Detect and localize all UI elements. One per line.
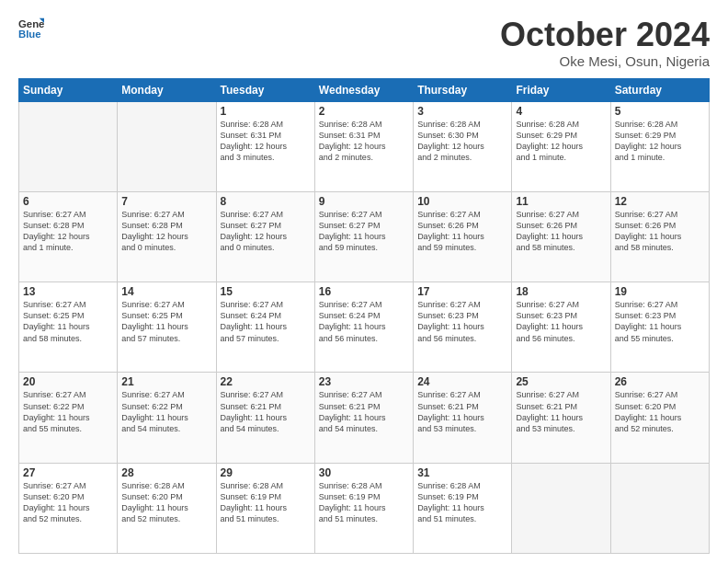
calendar-cell: 13Sunrise: 6:27 AM Sunset: 6:25 PM Dayli…: [19, 282, 118, 373]
day-number: 8: [221, 195, 311, 208]
location: Oke Mesi, Osun, Nigeria: [500, 53, 710, 69]
day-info: Sunrise: 6:28 AM Sunset: 6:20 PM Dayligh…: [121, 480, 211, 525]
calendar-cell: 7Sunrise: 6:27 AM Sunset: 6:28 PM Daylig…: [118, 191, 216, 282]
day-number: 9: [319, 195, 409, 208]
day-number: 15: [221, 285, 311, 298]
day-number: 31: [417, 466, 507, 479]
day-info: Sunrise: 6:27 AM Sunset: 6:22 PM Dayligh…: [121, 389, 211, 434]
header: General Blue October 2024 Oke Mesi, Osun…: [18, 17, 710, 69]
svg-text:Blue: Blue: [18, 29, 41, 40]
calendar-cell: 12Sunrise: 6:27 AM Sunset: 6:26 PM Dayli…: [610, 191, 709, 282]
day-number: 20: [23, 375, 113, 388]
calendar-table: Sunday Monday Tuesday Wednesday Thursday…: [18, 78, 710, 554]
calendar-cell: 22Sunrise: 6:27 AM Sunset: 6:21 PM Dayli…: [216, 373, 314, 463]
header-saturday: Saturday: [610, 78, 709, 101]
calendar-cell: 30Sunrise: 6:28 AM Sunset: 6:19 PM Dayli…: [314, 463, 413, 553]
day-info: Sunrise: 6:27 AM Sunset: 6:21 PM Dayligh…: [516, 389, 606, 434]
calendar-cell: 2Sunrise: 6:28 AM Sunset: 6:31 PM Daylig…: [314, 101, 413, 191]
day-number: 28: [121, 466, 211, 479]
header-thursday: Thursday: [414, 78, 512, 101]
day-info: Sunrise: 6:27 AM Sunset: 6:23 PM Dayligh…: [615, 299, 705, 344]
day-info: Sunrise: 6:27 AM Sunset: 6:22 PM Dayligh…: [23, 389, 113, 434]
day-number: 13: [23, 285, 113, 298]
day-info: Sunrise: 6:28 AM Sunset: 6:19 PM Dayligh…: [319, 480, 409, 525]
week-row-1: 1Sunrise: 6:28 AM Sunset: 6:31 PM Daylig…: [19, 101, 710, 191]
day-info: Sunrise: 6:27 AM Sunset: 6:20 PM Dayligh…: [23, 480, 113, 525]
day-number: 19: [615, 285, 705, 298]
calendar-cell: 11Sunrise: 6:27 AM Sunset: 6:26 PM Dayli…: [512, 191, 610, 282]
calendar-cell: 26Sunrise: 6:27 AM Sunset: 6:20 PM Dayli…: [610, 373, 709, 463]
logo: General Blue: [18, 17, 44, 42]
day-info: Sunrise: 6:28 AM Sunset: 6:31 PM Dayligh…: [319, 119, 409, 164]
day-info: Sunrise: 6:27 AM Sunset: 6:27 PM Dayligh…: [319, 209, 409, 254]
header-tuesday: Tuesday: [216, 78, 314, 101]
calendar-cell: 14Sunrise: 6:27 AM Sunset: 6:25 PM Dayli…: [118, 282, 216, 373]
day-number: 18: [516, 285, 606, 298]
day-number: 29: [221, 466, 311, 479]
day-info: Sunrise: 6:28 AM Sunset: 6:29 PM Dayligh…: [615, 119, 705, 164]
calendar-cell: [19, 101, 118, 191]
day-number: 23: [319, 375, 409, 388]
day-info: Sunrise: 6:27 AM Sunset: 6:25 PM Dayligh…: [23, 299, 113, 344]
header-monday: Monday: [118, 78, 216, 101]
day-number: 14: [121, 285, 211, 298]
calendar-cell: 31Sunrise: 6:28 AM Sunset: 6:19 PM Dayli…: [414, 463, 512, 553]
calendar-cell: 17Sunrise: 6:27 AM Sunset: 6:23 PM Dayli…: [414, 282, 512, 373]
calendar-cell: [610, 463, 709, 553]
calendar-cell: 5Sunrise: 6:28 AM Sunset: 6:29 PM Daylig…: [610, 101, 709, 191]
month-title: October 2024: [500, 17, 710, 53]
day-number: 11: [516, 195, 606, 208]
day-number: 25: [516, 375, 606, 388]
calendar-cell: 8Sunrise: 6:27 AM Sunset: 6:27 PM Daylig…: [216, 191, 314, 282]
day-number: 7: [121, 195, 211, 208]
calendar-header-row: Sunday Monday Tuesday Wednesday Thursday…: [19, 78, 710, 101]
calendar-cell: 24Sunrise: 6:27 AM Sunset: 6:21 PM Dayli…: [414, 373, 512, 463]
week-row-3: 13Sunrise: 6:27 AM Sunset: 6:25 PM Dayli…: [19, 282, 710, 373]
day-info: Sunrise: 6:27 AM Sunset: 6:23 PM Dayligh…: [516, 299, 606, 344]
calendar-cell: 28Sunrise: 6:28 AM Sunset: 6:20 PM Dayli…: [118, 463, 216, 553]
day-info: Sunrise: 6:27 AM Sunset: 6:28 PM Dayligh…: [23, 209, 113, 254]
calendar-cell: 15Sunrise: 6:27 AM Sunset: 6:24 PM Dayli…: [216, 282, 314, 373]
calendar-cell: 21Sunrise: 6:27 AM Sunset: 6:22 PM Dayli…: [118, 373, 216, 463]
calendar-cell: 3Sunrise: 6:28 AM Sunset: 6:30 PM Daylig…: [414, 101, 512, 191]
day-info: Sunrise: 6:27 AM Sunset: 6:24 PM Dayligh…: [221, 299, 311, 344]
calendar-cell: 23Sunrise: 6:27 AM Sunset: 6:21 PM Dayli…: [314, 373, 413, 463]
week-row-2: 6Sunrise: 6:27 AM Sunset: 6:28 PM Daylig…: [19, 191, 710, 282]
calendar-cell: 16Sunrise: 6:27 AM Sunset: 6:24 PM Dayli…: [314, 282, 413, 373]
calendar-cell: 29Sunrise: 6:28 AM Sunset: 6:19 PM Dayli…: [216, 463, 314, 553]
day-info: Sunrise: 6:27 AM Sunset: 6:21 PM Dayligh…: [319, 389, 409, 434]
day-info: Sunrise: 6:27 AM Sunset: 6:24 PM Dayligh…: [319, 299, 409, 344]
week-row-4: 20Sunrise: 6:27 AM Sunset: 6:22 PM Dayli…: [19, 373, 710, 463]
logo-icon: General Blue: [18, 17, 44, 42]
header-wednesday: Wednesday: [314, 78, 413, 101]
calendar-cell: 19Sunrise: 6:27 AM Sunset: 6:23 PM Dayli…: [610, 282, 709, 373]
calendar-cell: [118, 101, 216, 191]
calendar-cell: 9Sunrise: 6:27 AM Sunset: 6:27 PM Daylig…: [314, 191, 413, 282]
calendar-cell: [512, 463, 610, 553]
day-info: Sunrise: 6:27 AM Sunset: 6:23 PM Dayligh…: [417, 299, 507, 344]
day-info: Sunrise: 6:28 AM Sunset: 6:31 PM Dayligh…: [221, 119, 311, 164]
day-info: Sunrise: 6:27 AM Sunset: 6:26 PM Dayligh…: [417, 209, 507, 254]
day-info: Sunrise: 6:27 AM Sunset: 6:26 PM Dayligh…: [516, 209, 606, 254]
day-number: 5: [615, 105, 705, 118]
day-number: 10: [417, 195, 507, 208]
header-sunday: Sunday: [19, 78, 118, 101]
calendar-cell: 10Sunrise: 6:27 AM Sunset: 6:26 PM Dayli…: [414, 191, 512, 282]
header-friday: Friday: [512, 78, 610, 101]
calendar-cell: 18Sunrise: 6:27 AM Sunset: 6:23 PM Dayli…: [512, 282, 610, 373]
calendar-cell: 6Sunrise: 6:27 AM Sunset: 6:28 PM Daylig…: [19, 191, 118, 282]
day-number: 1: [221, 105, 311, 118]
day-number: 22: [221, 375, 311, 388]
day-info: Sunrise: 6:27 AM Sunset: 6:28 PM Dayligh…: [121, 209, 211, 254]
day-number: 30: [319, 466, 409, 479]
day-number: 17: [417, 285, 507, 298]
day-info: Sunrise: 6:27 AM Sunset: 6:27 PM Dayligh…: [221, 209, 311, 254]
day-number: 2: [319, 105, 409, 118]
day-number: 12: [615, 195, 705, 208]
day-number: 26: [615, 375, 705, 388]
day-number: 24: [417, 375, 507, 388]
day-number: 3: [417, 105, 507, 118]
calendar-cell: 20Sunrise: 6:27 AM Sunset: 6:22 PM Dayli…: [19, 373, 118, 463]
calendar-cell: 4Sunrise: 6:28 AM Sunset: 6:29 PM Daylig…: [512, 101, 610, 191]
day-number: 21: [121, 375, 211, 388]
